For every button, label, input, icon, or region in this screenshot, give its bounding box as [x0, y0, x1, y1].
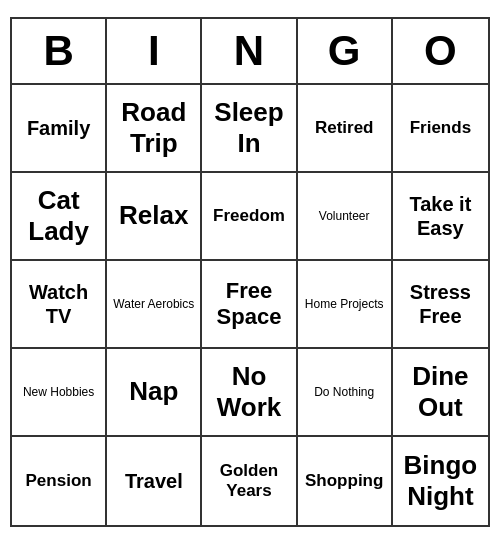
bingo-cell: Road Trip: [107, 85, 202, 173]
header-letter: G: [298, 19, 393, 83]
bingo-cell: Free Space: [202, 261, 297, 349]
header-letter: I: [107, 19, 202, 83]
bingo-cell: Freedom: [202, 173, 297, 261]
bingo-cell: No Work: [202, 349, 297, 437]
bingo-cell: Pension: [12, 437, 107, 525]
bingo-cell: Watch TV: [12, 261, 107, 349]
bingo-cell: Nap: [107, 349, 202, 437]
header-letter: B: [12, 19, 107, 83]
bingo-cell: Water Aerobics: [107, 261, 202, 349]
bingo-header: BINGO: [12, 19, 488, 85]
bingo-cell: Retired: [298, 85, 393, 173]
header-letter: N: [202, 19, 297, 83]
bingo-cell: Sleep In: [202, 85, 297, 173]
bingo-cell: Volunteer: [298, 173, 393, 261]
bingo-cell: Friends: [393, 85, 488, 173]
bingo-grid: FamilyRoad TripSleep InRetiredFriendsCat…: [12, 85, 488, 525]
bingo-cell: Stress Free: [393, 261, 488, 349]
bingo-cell: Home Projects: [298, 261, 393, 349]
bingo-cell: Travel: [107, 437, 202, 525]
bingo-cell: Golden Years: [202, 437, 297, 525]
bingo-card: BINGO FamilyRoad TripSleep InRetiredFrie…: [10, 17, 490, 527]
bingo-cell: Relax: [107, 173, 202, 261]
bingo-cell: New Hobbies: [12, 349, 107, 437]
bingo-cell: Shopping: [298, 437, 393, 525]
bingo-cell: Dine Out: [393, 349, 488, 437]
header-letter: O: [393, 19, 488, 83]
bingo-cell: Cat Lady: [12, 173, 107, 261]
bingo-cell: Bingo Night: [393, 437, 488, 525]
bingo-cell: Family: [12, 85, 107, 173]
bingo-cell: Take it Easy: [393, 173, 488, 261]
bingo-cell: Do Nothing: [298, 349, 393, 437]
